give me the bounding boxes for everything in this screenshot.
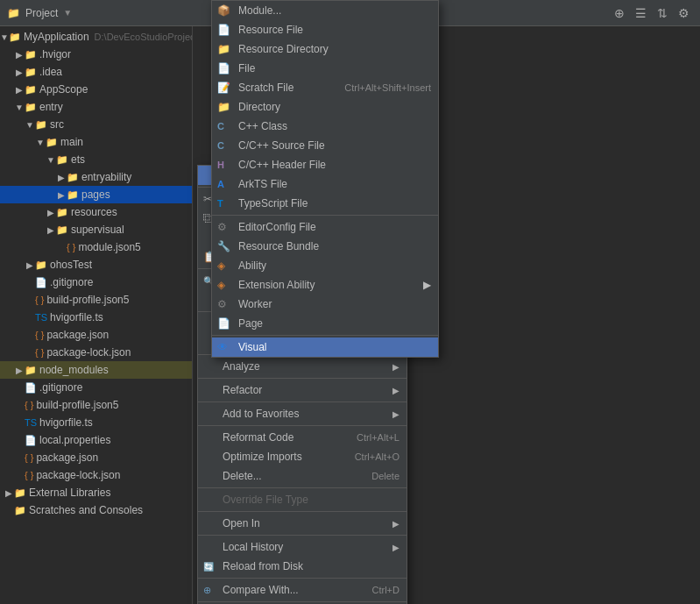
cpp-class-icon: C	[217, 121, 224, 131]
menu-item-optimize-imports[interactable]: Optimize Imports Ctrl+Alt+O	[198, 447, 407, 466]
tree-item-gitignore2[interactable]: ▶ 📄 .gitignore	[0, 379, 192, 396]
tree-item-node-modules[interactable]: ▶ 📁 node_modules	[0, 361, 192, 379]
submenu-resource-file[interactable]: 📄 Resource File	[212, 20, 438, 39]
submenu-cpp-class[interactable]: C C++ Class	[212, 117, 438, 136]
expand-icon[interactable]: ⊕	[611, 4, 628, 22]
separator-11	[198, 578, 407, 579]
build-profile2-label: build-profile.json5	[36, 399, 118, 411]
package-lock2-icon: { }	[25, 470, 33, 480]
tree-item-package-lock2[interactable]: ▶ { } package-lock.json	[0, 466, 192, 484]
project-tree[interactable]: ▼ 📁 MyApplication D:\DevEcoStudioProject…	[0, 26, 193, 604]
tree-item-supervisual[interactable]: ▶ 📁 supervisual	[0, 221, 192, 238]
tree-item-entry[interactable]: ▼ 📁 entry	[0, 98, 192, 116]
submenu-resource-bundle[interactable]: 🔧 Resource Bundle	[212, 237, 438, 256]
hvigor-arrow: ▶	[14, 50, 25, 60]
submenu-visual[interactable]: 👁 Visual	[212, 338, 438, 357]
tree-item-local-properties[interactable]: ▶ 📄 local.properties	[0, 431, 192, 449]
page-icon: 📄	[217, 317, 230, 330]
cpp-header-icon: H	[217, 160, 224, 170]
menu-item-reload-disk[interactable]: 🔄 Reload from Disk	[198, 557, 407, 576]
menu-item-open-in[interactable]: Open In ▶	[198, 514, 407, 533]
submenu-arkts-file-label: ArkTS File	[238, 178, 287, 190]
menu-item-refactor[interactable]: Refactor ▶	[198, 380, 407, 400]
tree-item-resources[interactable]: ▶ 📁 resources	[0, 203, 192, 221]
submenu-ability[interactable]: ◈ Ability	[212, 256, 438, 275]
refactor-arrow-icon: ▶	[392, 386, 399, 395]
tree-item-entryability[interactable]: ▶ 📁 entryability	[0, 168, 192, 186]
menu-item-reformat[interactable]: Reformat Code Ctrl+Alt+L	[198, 428, 407, 447]
menu-item-compare-with[interactable]: ⊕ Compare With... Ctrl+D	[198, 580, 407, 600]
tree-item-hvigor[interactable]: ▶ 📁 .hvigor	[0, 46, 192, 63]
submenu-file[interactable]: 📄 File	[212, 59, 438, 78]
separator-8	[198, 487, 407, 488]
list-icon[interactable]: ☰	[632, 4, 650, 22]
submenu-extension-ability[interactable]: ◈ Extension Ability ▶	[212, 275, 438, 295]
tree-item-gitignore1[interactable]: ▶ 📄 .gitignore	[0, 274, 192, 291]
tree-item-ets[interactable]: ▼ 📁 ets	[0, 151, 192, 168]
tree-item-appscope[interactable]: ▶ 📁 AppScope	[0, 81, 192, 98]
submenu-resource-dir-label: Resource Directory	[238, 43, 329, 55]
reload-disk-icon: 🔄	[203, 562, 214, 572]
menu-item-delete[interactable]: Delete... Delete	[198, 466, 407, 486]
menu-open-in-label: Open In	[223, 517, 260, 529]
menu-item-analyze[interactable]: Analyze ▶	[198, 357, 407, 376]
submenu-typescript-file[interactable]: T TypeScript File	[212, 194, 438, 213]
tree-item-hvigorfile2[interactable]: ▶ TS hvigorfile.ts	[0, 414, 192, 431]
root-arrow: ▼	[0, 32, 9, 42]
module-json5-icon: { }	[67, 242, 75, 252]
tree-item-src[interactable]: ▼ 📁 src	[0, 116, 192, 133]
sort-icon[interactable]: ⇅	[654, 4, 671, 22]
tree-item-package-lock1[interactable]: ▶ { } package-lock.json	[0, 344, 192, 361]
submenu-module[interactable]: 📦 Module...	[212, 1, 438, 20]
tree-item-scratches[interactable]: ▶ 📁 Scratches and Consoles	[0, 501, 192, 519]
submenu-page[interactable]: 📄 Page	[212, 314, 438, 333]
extension-ability-arrow-icon: ▶	[423, 279, 431, 291]
tree-item-package2[interactable]: ▶ { } package.json	[0, 449, 192, 466]
submenu-arkts-file[interactable]: A ArkTS File	[212, 174, 438, 194]
tree-item-idea[interactable]: ▶ 📁 .idea	[0, 63, 192, 81]
supervisual-arrow: ▶	[46, 225, 56, 235]
submenu-worker[interactable]: ⚙ Worker	[212, 295, 438, 314]
menu-item-local-history[interactable]: Local History ▶	[198, 537, 407, 557]
submenu-sep-1	[212, 215, 438, 216]
submenu-cpp-source[interactable]: C C/C++ Source File	[212, 136, 438, 155]
package2-icon: { }	[25, 452, 33, 463]
tree-item-module-json5[interactable]: ▶ { } module.json5	[0, 238, 192, 256]
separator-12	[198, 601, 407, 602]
tree-item-hvigorfile1[interactable]: ▶ TS hvigorfile.ts	[0, 309, 192, 326]
submenu-resource-directory[interactable]: 📁 Resource Directory	[212, 39, 438, 59]
optimize-imports-shortcut: Ctrl+Alt+O	[337, 451, 399, 462]
tree-root-item[interactable]: ▼ 📁 MyApplication D:\DevEcoStudioProject…	[0, 28, 192, 46]
tree-item-ohostest[interactable]: ▶ 📁 ohosTest	[0, 256, 192, 274]
tree-item-package1[interactable]: ▶ { } package.json	[0, 326, 192, 344]
tree-item-main[interactable]: ▼ 📁 main	[0, 133, 192, 151]
idea-arrow: ▶	[14, 68, 25, 77]
gitignore2-icon: 📄	[25, 382, 37, 394]
tree-item-build-profile2[interactable]: ▶ { } build-profile.json5	[0, 396, 192, 414]
tree-item-external-libs[interactable]: ▶ 📁 External Libraries	[0, 484, 192, 501]
separator-5	[198, 378, 407, 379]
menu-item-add-favorites[interactable]: Add to Favorites ▶	[198, 404, 407, 423]
worker-icon: ⚙	[217, 298, 227, 310]
appscope-label: AppScope	[39, 83, 88, 96]
menu-add-favorites-label: Add to Favorites	[223, 408, 299, 420]
scratch-file-shortcut: Ctrl+Alt+Shift+Insert	[327, 82, 431, 93]
scratch-file-icon: 📝	[217, 82, 230, 94]
submenu-directory[interactable]: 📁 Directory	[212, 97, 438, 117]
settings-icon[interactable]: ⚙	[675, 4, 693, 22]
submenu-scratch-file[interactable]: 📝 Scratch File Ctrl+Alt+Shift+Insert	[212, 78, 438, 97]
module-json5-label: module.json5	[78, 241, 140, 253]
submenu-editor-config-label: EditorConfig File	[238, 221, 316, 233]
package2-label: package.json	[36, 451, 98, 464]
package-lock2-label: package-lock.json	[36, 469, 120, 481]
tree-item-pages[interactable]: ▶ 📁 pages	[0, 186, 192, 203]
tree-item-build-profile1[interactable]: ▶ { } build-profile.json5	[0, 291, 192, 309]
submenu-editor-config[interactable]: ⚙ EditorConfig File	[212, 217, 438, 237]
submenu-cpp-header[interactable]: H C/C++ Header File	[212, 155, 438, 174]
extension-ability-icon: ◈	[217, 279, 225, 291]
scratches-label: Scratches and Consoles	[29, 504, 143, 516]
supervisual-label: supervisual	[71, 224, 124, 236]
menu-reload-disk-label: Reload from Disk	[223, 560, 303, 572]
title-dropdown[interactable]: ▼	[63, 8, 72, 18]
submenu-module-label: Module...	[238, 4, 281, 17]
